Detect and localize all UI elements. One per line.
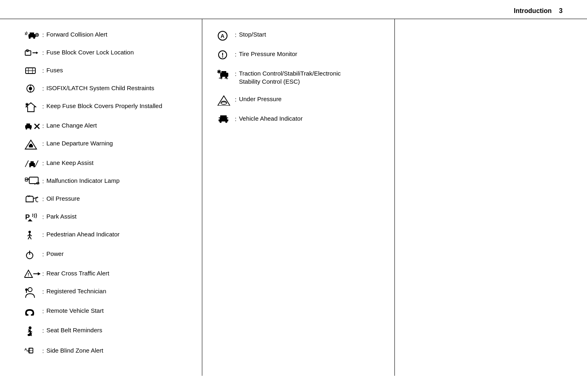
svg-point-36 <box>29 166 31 167</box>
fuses-label: Fuses <box>46 66 63 74</box>
keep-fuse-icon: ✱ <box>24 102 42 113</box>
left-column: : Forward Collision Alert : Fuse Blo <box>0 19 202 376</box>
svg-point-90 <box>225 121 227 123</box>
list-item: P : Park Assist <box>24 212 187 221</box>
svg-rect-91 <box>219 118 220 119</box>
lane-change-icon <box>24 121 42 130</box>
svg-point-82 <box>221 76 223 78</box>
svg-point-23 <box>26 128 27 130</box>
svg-rect-22 <box>26 123 30 126</box>
list-item: : ISOFIX/LATCH System Child Restraints <box>24 84 187 93</box>
svg-text:✱: ✱ <box>25 102 29 107</box>
vehicle-ahead-label: Vehicle Ahead Indicator <box>239 115 303 123</box>
svg-point-30 <box>29 147 30 149</box>
svg-rect-1 <box>30 32 34 35</box>
svg-rect-34 <box>29 163 35 166</box>
fuse-lock-label: Fuse Block Cover Lock Location <box>46 48 134 56</box>
page-header: Introduction 3 <box>0 0 587 19</box>
stop-start-label: Stop/Start <box>239 30 266 39</box>
svg-text:A: A <box>221 33 225 39</box>
seatbelt-label: Seat Belt Reminders <box>46 326 102 334</box>
list-item: : Forward Collision Alert <box>24 30 187 39</box>
list-item: ! : Rear Cross Traffic Alert <box>24 269 187 278</box>
svg-point-60 <box>28 288 32 292</box>
list-item: : Lane Departure Warning <box>24 139 187 150</box>
lane-departure-label: Lane Departure Warning <box>46 139 113 147</box>
list-item: ✱ : Traction Control/StabiliTrak/Electro… <box>217 69 380 86</box>
list-item: : Fuse Block Cover Lock Location <box>24 48 187 57</box>
lane-keep-icon <box>24 159 42 168</box>
svg-point-2 <box>29 37 31 39</box>
svg-point-31 <box>32 147 33 149</box>
list-item: : Malfunction Indicator Lamp <box>24 177 187 186</box>
tire-pressure-label: Tire Pressure Monitor <box>239 50 297 58</box>
content-area: : Forward Collision Alert : Fuse Blo <box>0 19 587 376</box>
svg-text:P: P <box>25 213 30 221</box>
list-item: : Lane Change Alert <box>24 121 187 130</box>
svg-rect-29 <box>30 144 32 145</box>
list-item: A : Stop/Start <box>217 30 380 41</box>
fca-label: Forward Collision Alert <box>46 30 107 39</box>
pedestrian-icon <box>24 230 42 241</box>
oil-icon <box>24 195 42 204</box>
sbza-label: Side Blind Zone Alert <box>46 347 103 355</box>
park-assist-icon: P <box>24 212 42 221</box>
under-pressure-label: Under Pressure <box>239 95 282 103</box>
list-item: : Tire Pressure Monitor <box>217 50 380 61</box>
svg-line-33 <box>35 160 38 167</box>
list-item: : Pedestrian Ahead Indicator <box>24 230 187 241</box>
tire-pressure-icon <box>217 50 235 61</box>
svg-point-86 <box>221 102 227 104</box>
svg-point-89 <box>220 121 222 123</box>
svg-point-3 <box>33 37 35 39</box>
svg-marker-59 <box>38 272 41 275</box>
list-item: : Power <box>24 250 187 260</box>
page-container: Introduction 3 <box>0 0 587 392</box>
svg-point-79 <box>222 56 223 58</box>
power-label: Power <box>46 250 64 258</box>
svg-point-48 <box>28 231 31 233</box>
svg-line-52 <box>28 236 30 239</box>
traction-label: Traction Control/StabiliTrak/Electronic … <box>239 69 357 86</box>
pedestrian-label: Pedestrian Ahead Indicator <box>46 230 119 238</box>
under-pressure-icon <box>217 95 235 106</box>
mil-icon <box>24 177 42 186</box>
svg-rect-42 <box>25 180 28 181</box>
svg-line-53 <box>30 236 31 239</box>
isofix-label: ISOFIX/LATCH System Child Restraints <box>46 84 154 92</box>
lane-departure-icon <box>24 139 42 150</box>
list-item: : Fuses <box>24 66 187 75</box>
svg-point-61 <box>25 288 28 291</box>
svg-rect-92 <box>227 118 228 119</box>
svg-text:✱: ✱ <box>217 69 221 75</box>
power-icon <box>24 250 42 260</box>
list-item: ✱ : Keep Fuse Block Covers Properly Inst… <box>24 102 187 113</box>
svg-point-16 <box>29 87 32 90</box>
svg-marker-10 <box>36 52 38 54</box>
technician-icon <box>24 287 42 298</box>
technician-label: Registered Technician <box>46 287 106 295</box>
svg-line-32 <box>25 160 28 167</box>
keep-fuse-label: Keep Fuse Block Covers Properly Installe… <box>46 102 162 110</box>
svg-point-24 <box>30 128 31 130</box>
fca-icon <box>24 30 42 39</box>
vehicle-ahead-icon <box>217 115 235 123</box>
isofix-icon <box>24 84 42 93</box>
lane-keep-label: Lane Keep Assist <box>46 159 93 167</box>
svg-point-37 <box>33 166 35 167</box>
svg-point-63 <box>29 327 32 329</box>
list-item: : Oil Pressure <box>24 195 187 204</box>
seatbelt-icon <box>24 326 42 338</box>
list-item: A n : Side Blind Zone Alert <box>24 347 187 355</box>
svg-rect-88 <box>220 115 227 118</box>
list-item: : Under Pressure <box>217 95 380 106</box>
chapter-title: Introduction <box>514 7 552 15</box>
svg-text:!: ! <box>28 272 29 277</box>
middle-column: A : Stop/Start : Tire <box>202 19 395 376</box>
sbza-icon: A n <box>24 347 42 355</box>
svg-text:n: n <box>27 349 28 352</box>
remote-start-icon <box>24 307 42 317</box>
lane-change-label: Lane Change Alert <box>46 121 97 130</box>
list-item: : Seat Belt Reminders <box>24 326 187 338</box>
fuse-lock-icon <box>24 48 42 57</box>
